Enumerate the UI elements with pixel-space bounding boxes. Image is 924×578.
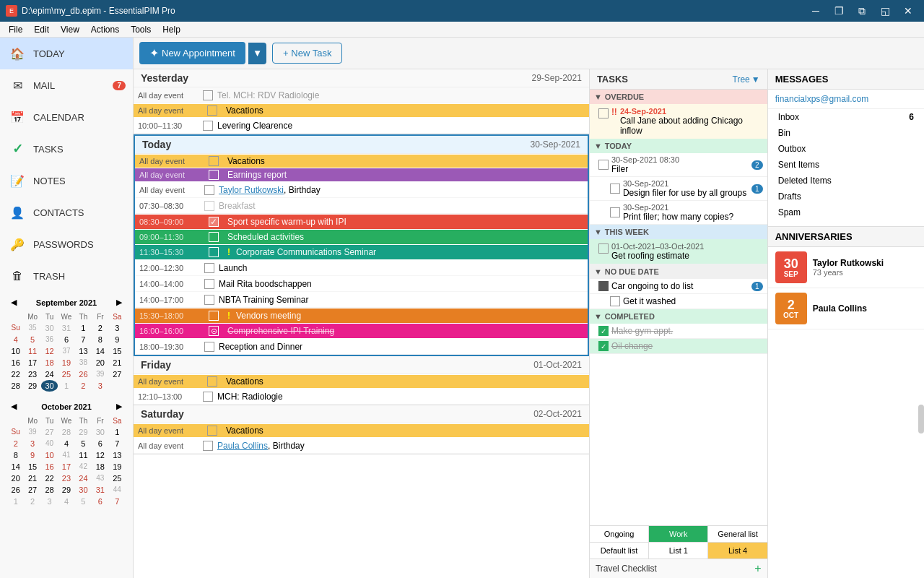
task-nodue-item[interactable]: Car ongoing to do list 1 [590, 279, 767, 294]
event-yesterday-3[interactable]: 10:00–11:30 Levering Clearence [134, 118, 589, 134]
task-checkbox-checked[interactable]: ✓ [598, 326, 609, 336]
event-today-5[interactable]: 08:30–09:00 ✓ Sport specific warm-up wit… [135, 215, 588, 229]
float-button[interactable]: ◱ [875, 1, 895, 21]
menu-help[interactable]: Help [157, 23, 186, 36]
task-completed-2[interactable]: ✓ Oil change [590, 339, 767, 354]
event-today-1[interactable]: All day event Vacations [135, 155, 588, 168]
appointment-dropdown-button[interactable]: ▼ [248, 43, 266, 64]
tab-default-list[interactable]: Default list [590, 543, 649, 558]
menu-actions[interactable]: Actions [85, 23, 125, 36]
event-checkbox[interactable] [209, 247, 219, 257]
task-checkbox[interactable] [598, 108, 609, 118]
sidebar-item-mail[interactable]: ✉ MAIL 7 [0, 69, 133, 101]
task-week-item[interactable]: 01-Oct-2021–03-Oct-2021 Get roofing esti… [590, 239, 767, 264]
folder-sent[interactable]: Sent Items [768, 157, 924, 173]
event-today-2[interactable]: All day event Earnings report [135, 168, 588, 181]
sidebar-item-passwords[interactable]: 🔑 PASSWORDS [0, 228, 133, 260]
event-today-11[interactable]: 15:30–18:00 ! Vendors meeting [135, 309, 588, 323]
event-checkbox[interactable]: ⊝ [209, 326, 219, 336]
sidebar-item-trash[interactable]: 🗑 TRASH [0, 260, 133, 292]
event-checkbox[interactable] [203, 441, 213, 451]
tab-list-1[interactable]: List 1 [649, 543, 708, 558]
folder-spam[interactable]: Spam [768, 204, 924, 220]
mini-cal-oct-prev[interactable]: ◀ [7, 400, 20, 413]
task-checkbox[interactable] [610, 184, 620, 194]
task-today-sub-1[interactable]: 30-Sep-2021 Design filer for use by all … [590, 177, 767, 201]
event-today-10[interactable]: 14:00–17:00 NBTA Training Seminar [135, 292, 588, 308]
event-friday-1[interactable]: All day event Vacations [134, 375, 589, 388]
sidebar-item-today[interactable]: 🏠 TODAY [0, 38, 133, 69]
event-today-8[interactable]: 12:00–12:30 Launch [135, 260, 588, 276]
messages-email[interactable]: financialxps@gmail.com [768, 90, 924, 109]
event-checkbox[interactable] [204, 295, 214, 305]
task-section-nodue[interactable]: ▼ NO DUE DATE [590, 264, 767, 279]
folder-drafts[interactable]: Drafts [768, 189, 924, 204]
event-friday-2[interactable]: 12:10–13:00 MCH: Radiologie [134, 389, 589, 405]
event-checkbox[interactable] [207, 426, 217, 436]
event-checkbox[interactable] [204, 185, 214, 195]
tasks-tree-button[interactable]: Tree ▼ [733, 74, 760, 85]
anniversary-item-2[interactable]: 2 OCT Paula Collins [768, 288, 924, 329]
event-today-9[interactable]: 14:00–14:00 Mail Rita boodschappen [135, 276, 588, 292]
sidebar-item-calendar[interactable]: 📅 CALENDAR [0, 101, 133, 133]
event-today-4[interactable]: 07:30–08:30 Breakfast [135, 198, 588, 214]
event-checkbox[interactable] [204, 201, 214, 211]
tab-list-4[interactable]: List 4 [708, 543, 767, 558]
event-checkbox[interactable]: ✓ [209, 217, 219, 227]
sidebar-item-tasks[interactable]: ✓ TASKS [0, 133, 133, 165]
event-today-6[interactable]: 09:00–11:30 Scheduled activities [135, 230, 588, 244]
sidebar-item-notes[interactable]: 📝 NOTES [0, 165, 133, 197]
event-checkbox[interactable] [209, 311, 219, 321]
task-completed-1[interactable]: ✓ Make gym appt. [590, 324, 767, 339]
task-checkbox-checked[interactable]: ✓ [598, 341, 609, 351]
anniversary-item-1[interactable]: 30 SEP Taylor Rutkowski 73 years [768, 247, 924, 288]
task-section-thisweek[interactable]: ▼ THIS WEEK [590, 225, 767, 239]
folder-deleted[interactable]: Deleted Items [768, 173, 924, 189]
task-checkbox[interactable] [598, 160, 609, 170]
event-today-13[interactable]: 18:00–19:30 Reception and Dinner [135, 339, 588, 355]
event-checkbox[interactable] [209, 156, 219, 166]
menu-view[interactable]: View [55, 23, 85, 36]
task-today-sub-2[interactable]: 30-Sep-2021 Print filer; how many copies… [590, 201, 767, 225]
task-checkbox[interactable] [610, 296, 620, 306]
task-checkbox-dark[interactable] [598, 281, 609, 291]
task-overdue-item[interactable]: !! 24-Sep-2021 Call Jane about adding Ch… [590, 104, 767, 139]
folder-outbox[interactable]: Outbox [768, 141, 924, 157]
event-today-7[interactable]: 11:30–15:30 ! Corporate Communications S… [135, 245, 588, 259]
event-checkbox[interactable] [204, 342, 214, 352]
task-checkbox[interactable] [610, 207, 620, 217]
tab-ongoing[interactable]: Ongoing [590, 526, 649, 542]
folder-inbox[interactable]: Inbox 6 [768, 109, 924, 125]
event-checkbox[interactable] [203, 392, 213, 402]
event-checkbox[interactable] [203, 90, 213, 100]
task-checkbox[interactable] [598, 243, 609, 254]
close-button[interactable]: ✕ [898, 1, 918, 21]
scrollbar-thumb[interactable] [918, 405, 924, 434]
menu-file[interactable]: File [3, 23, 28, 36]
task-section-completed[interactable]: ▼ COMPLETED [590, 309, 767, 324]
event-yesterday-2[interactable]: All day event Vacations [134, 104, 589, 117]
task-section-overdue[interactable]: ▼ OVERDUE [590, 90, 767, 104]
event-checkbox[interactable] [204, 263, 214, 273]
mini-cal-oct-next[interactable]: ▶ [113, 400, 126, 413]
event-checkbox[interactable] [203, 121, 213, 131]
task-today-item-1[interactable]: 30-Sep-2021 08:30 Filer 2 [590, 153, 767, 177]
sidebar-item-contacts[interactable]: 👤 CONTACTS [0, 197, 133, 228]
event-checkbox[interactable] [207, 376, 217, 387]
event-checkbox[interactable] [207, 105, 217, 116]
event-saturday-2[interactable]: All day event Paula Collins, Birthday [134, 438, 589, 454]
menu-tools[interactable]: Tools [125, 23, 157, 36]
mini-cal-sep-prev[interactable]: ◀ [7, 296, 20, 309]
event-saturday-1[interactable]: All day event Vacations [134, 424, 589, 437]
minimize-button[interactable]: ─ [806, 1, 826, 21]
new-task-button[interactable]: + New Task [272, 43, 342, 64]
tab-work[interactable]: Work [649, 526, 708, 542]
event-today-3[interactable]: All day event Taylor Rutkowski, Birthday [135, 182, 588, 198]
snap-button[interactable]: ⧉ [852, 1, 872, 21]
event-checkbox[interactable] [209, 232, 219, 242]
event-checkbox[interactable] [209, 170, 219, 180]
task-nodue-sub[interactable]: Get it washed [590, 294, 767, 309]
event-today-12[interactable]: 16:00–16:00 ⊝ Comprehensive IPI Training [135, 324, 588, 338]
folder-bin[interactable]: Bin [768, 125, 924, 141]
task-section-today[interactable]: ▼ TODAY [590, 139, 767, 153]
